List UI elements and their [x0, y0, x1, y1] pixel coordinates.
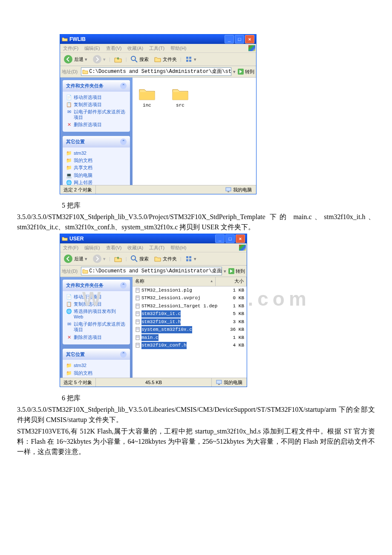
- toolbar: 后退 ▾ ▾ | | 搜索 文件夹 | ▾: [60, 252, 247, 266]
- paragraph-6a: 3.5.0/3.5.0/STM32F10X_Stdperiph_lib_V3.5…: [17, 405, 375, 425]
- file-row[interactable]: stm32f10x_it.h3 KB: [133, 318, 247, 326]
- file-row[interactable]: stm32f10x_conf.h4 KB: [133, 341, 247, 350]
- maximize-button[interactable]: □: [235, 35, 244, 43]
- column-size[interactable]: 大小: [216, 277, 247, 286]
- file-row[interactable]: STM32_lession1.uvproj0 KB: [133, 294, 247, 302]
- file-size: 36 KB: [219, 326, 247, 333]
- back-button[interactable]: 后退 ▾: [62, 253, 89, 264]
- window-title: FWLIB: [69, 35, 225, 43]
- folder-icon: [138, 86, 156, 101]
- status-selection: 选定 5 个对象: [60, 378, 96, 387]
- up-button[interactable]: [112, 54, 124, 64]
- menu-favorites[interactable]: 收藏(A): [124, 243, 146, 253]
- views-button[interactable]: ▾: [183, 55, 198, 64]
- folder-icon: 📁: [66, 150, 72, 156]
- go-button[interactable]: 转到: [228, 268, 245, 275]
- explorer-window-user: W bdocx.com USER _ □ × 文件(F) 编辑(E) 查看(V)…: [60, 234, 247, 387]
- address-input[interactable]: C:\Documents and Settings\Administrator\…: [81, 267, 222, 275]
- menu-file[interactable]: 文件(F): [60, 243, 81, 253]
- menu-help[interactable]: 帮助(H): [167, 43, 189, 53]
- menu-edit[interactable]: 编辑(E): [81, 43, 103, 53]
- folders-button[interactable]: 文件夹: [152, 254, 179, 263]
- close-button[interactable]: ×: [245, 35, 254, 43]
- task-move[interactable]: 📄移动所选项目: [66, 293, 127, 301]
- svg-rect-42: [136, 344, 139, 344]
- file-row[interactable]: main.c1 KB: [133, 334, 247, 342]
- maximize-button[interactable]: □: [225, 234, 235, 243]
- task-group-header[interactable]: 其它位置 ⌃: [63, 136, 130, 147]
- task-delete[interactable]: ✕删除所选项目: [66, 334, 127, 341]
- place-mydocs[interactable]: 📁我的文档: [66, 157, 127, 164]
- shared-docs-icon: 📁: [66, 165, 72, 171]
- task-move[interactable]: 📄移动所选项目: [66, 94, 127, 101]
- file-name: STM32_lession1_Target 1.dep: [141, 303, 217, 310]
- task-delete[interactable]: ✕删除所选项目: [66, 121, 127, 128]
- folder-src[interactable]: src: [170, 86, 190, 109]
- search-button[interactable]: 搜索: [129, 55, 150, 64]
- file-size: 1 KB: [219, 334, 247, 341]
- task-publish[interactable]: 🌐将选择的项目发布到 Web: [66, 308, 127, 321]
- file-row[interactable]: STM32_lession1_Target 1.dep1 KB: [133, 302, 247, 310]
- tasks-pane: 文件和文件夹任务 ⌃ 📄移动所选项目 📋复制所选项目 🌐将选择的项目发布到 We…: [60, 277, 133, 378]
- forward-button[interactable]: ▾: [91, 253, 107, 264]
- folder-up-icon: [114, 254, 122, 263]
- menu-file[interactable]: 文件(F): [60, 43, 81, 53]
- search-button[interactable]: 搜索: [129, 254, 150, 263]
- address-dropdown-icon[interactable]: ▾: [233, 68, 236, 75]
- svg-rect-39: [136, 336, 139, 337]
- file-row[interactable]: STM32_lession1.plg1 KB: [133, 286, 247, 295]
- place-network[interactable]: 🌐网上邻居: [66, 179, 127, 185]
- file-list[interactable]: inc src: [133, 78, 256, 185]
- menu-tools[interactable]: 工具(T): [146, 43, 167, 53]
- up-button[interactable]: [112, 254, 124, 264]
- file-row[interactable]: system_stm32f10x.c36 KB: [133, 326, 247, 334]
- menu-edit[interactable]: 编辑(E): [81, 243, 103, 253]
- folder-icon: [172, 86, 189, 101]
- forward-button[interactable]: ▾: [91, 54, 107, 65]
- svg-point-2: [131, 56, 135, 61]
- status-location: 我的电脑: [212, 378, 247, 387]
- menu-tools[interactable]: 工具(T): [146, 243, 167, 253]
- folders-button[interactable]: 文件夹: [152, 55, 179, 64]
- task-group-header[interactable]: 其它位置 ⌃: [63, 349, 130, 360]
- task-copy[interactable]: 📋复制所选项目: [66, 301, 127, 308]
- go-button[interactable]: 转到: [237, 68, 254, 75]
- address-input[interactable]: C:\Documents and Settings\Administrator\…: [81, 67, 231, 76]
- minimize-button[interactable]: _: [225, 35, 234, 43]
- task-group-header[interactable]: 文件和文件夹任务 ⌃: [63, 280, 130, 291]
- column-name[interactable]: 名称▲: [133, 277, 216, 286]
- menu-favorites[interactable]: 收藏(A): [124, 43, 146, 53]
- task-copy[interactable]: 📋复制所选项目: [66, 101, 127, 108]
- place-shared[interactable]: 📁共享文档: [66, 164, 127, 171]
- file-tasks-group: 文件和文件夹任务 ⌃ 📄移动所选项目 📋复制所选项目 🌐将选择的项目发布到 We…: [63, 280, 130, 344]
- minimize-button[interactable]: _: [215, 234, 225, 243]
- back-button[interactable]: 后退 ▾: [62, 54, 89, 65]
- place-stm32[interactable]: 📁stm32: [66, 362, 127, 369]
- file-size: 5 KB: [219, 310, 247, 318]
- svg-rect-10: [228, 191, 229, 192]
- folder-inc[interactable]: inc: [137, 86, 157, 109]
- svg-rect-31: [136, 313, 139, 314]
- address-bar: 地址(D) C:\Documents and Settings\Administ…: [60, 66, 256, 78]
- menu-view[interactable]: 查看(V): [103, 243, 125, 253]
- place-mydocs[interactable]: 📁我的文档: [66, 370, 127, 377]
- file-list[interactable]: 名称▲ 大小 STM32_lession1.plg1 KBSTM32_lessi…: [133, 277, 247, 378]
- task-email[interactable]: ✉以电子邮件形式发送所选项目: [66, 108, 127, 121]
- menu-help[interactable]: 帮助(H): [167, 243, 189, 253]
- title-bar[interactable]: USER _ □ ×: [60, 234, 247, 243]
- computer-icon: 💻: [66, 173, 72, 178]
- place-mycomputer[interactable]: 💻我的电脑: [66, 172, 127, 179]
- close-button[interactable]: ×: [236, 234, 245, 243]
- place-shared[interactable]: 📁共享文档: [66, 377, 127, 378]
- file-icon: [135, 327, 140, 332]
- menu-view[interactable]: 查看(V): [103, 43, 125, 53]
- views-button[interactable]: ▾: [183, 254, 198, 263]
- title-bar[interactable]: FWLIB _ □ ×: [60, 35, 256, 44]
- svg-rect-22: [136, 290, 139, 290]
- task-email[interactable]: ✉以电子邮件形式发送所选项目: [66, 321, 127, 333]
- task-group-header[interactable]: 文件和文件夹任务 ⌃: [63, 80, 130, 92]
- file-row[interactable]: stm32f10x_it.c5 KB: [133, 310, 247, 318]
- place-stm32[interactable]: 📁stm32: [66, 150, 127, 157]
- paragraph-5: 3.5.0/3.5.0/STM32F10X_Stdperiph_lib_V3.5…: [17, 212, 375, 232]
- address-dropdown-icon[interactable]: ▾: [224, 268, 226, 275]
